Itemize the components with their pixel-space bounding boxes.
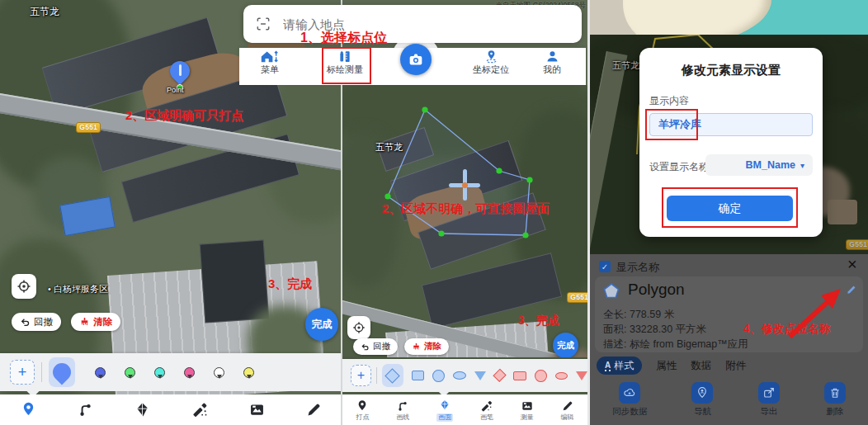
pin-drop-icon (20, 401, 37, 418)
undo-button[interactable]: 回撤 (12, 313, 61, 331)
broom-icon (412, 342, 421, 352)
pencil-icon (561, 399, 574, 413)
area-image-icon (248, 401, 266, 418)
pin-drop-icon (356, 399, 369, 413)
pin-color-white[interactable] (214, 367, 224, 378)
done-button[interactable]: 完成 (553, 333, 578, 357)
locate-button[interactable] (12, 274, 36, 299)
shape-red-diamond[interactable] (493, 369, 507, 383)
export-icon (762, 386, 776, 399)
text-format-icon: A (605, 361, 611, 371)
pencil-icon (305, 401, 323, 418)
close-icon[interactable]: × (847, 255, 857, 274)
tool-polygon[interactable] (134, 401, 151, 418)
tool-polygon-selected[interactable]: 画面 (436, 399, 453, 422)
home-nav-overlay: 1、选择标点位 菜单 标绘测量 坐标定位 我的 (239, 0, 586, 85)
shape-blue-circle[interactable] (432, 370, 444, 382)
shape-red-ellipse[interactable] (555, 372, 568, 380)
bullet-icon: • (48, 284, 51, 294)
show-name-label: 显示名称 (616, 260, 659, 275)
annotation-step3-mid: 3、完成 (518, 314, 559, 328)
shape-palette-popup: + (342, 359, 587, 392)
search-card (243, 5, 582, 43)
tab-data[interactable]: 数据 (691, 359, 711, 373)
action-navigate[interactable]: 导航 (691, 382, 713, 418)
edit-display-dialog: 修改元素显示设置 显示内容 设置显示名称 BM_Name ▾ 确定 (639, 48, 823, 237)
pen-and-ruler-icon (191, 401, 209, 418)
nav-item-coordinate[interactable]: 坐标定位 (473, 50, 509, 74)
annotation-box-draw-measure (322, 47, 371, 84)
shape-blue-diamond-selected[interactable] (382, 364, 403, 387)
desc-label: 描述: (603, 338, 626, 350)
locate-button[interactable] (347, 316, 370, 339)
show-name-checkbox[interactable]: ✓ (599, 261, 611, 272)
shape-blue-ellipse[interactable] (453, 371, 466, 380)
action-export[interactable]: 导出 (758, 382, 780, 418)
pin-style-selected[interactable] (49, 357, 75, 387)
coordinate-pin-icon (484, 50, 499, 64)
navigate-pin-icon (696, 386, 709, 399)
shape-red-rect[interactable] (513, 371, 526, 380)
dialog-title: 修改元素显示设置 (639, 63, 823, 78)
crosshair (449, 169, 480, 201)
polyline-icon (77, 401, 94, 418)
polygon-kite-icon (438, 399, 451, 412)
target-icon (352, 321, 366, 334)
pin-color-green[interactable] (125, 367, 135, 378)
annotation-box-confirm (662, 187, 798, 228)
road-badge: G551 (76, 122, 101, 133)
polyline-icon (396, 399, 409, 413)
place-label: 五节龙 (30, 5, 59, 19)
add-shape-style-button[interactable]: + (351, 365, 371, 386)
pentagon-icon (601, 281, 621, 301)
name-field-select[interactable]: BM_Name ▾ (705, 154, 813, 176)
tool-polyline[interactable] (77, 401, 94, 418)
right-panel: 五节龙 G551 ✓ 显示名称 × Polygon 全长: 778.59 米 面… (590, 0, 868, 425)
tool-pen[interactable] (191, 401, 209, 418)
pin-color-blue[interactable] (95, 367, 106, 378)
clear-button[interactable]: 清除 (71, 313, 120, 331)
tab-attachments[interactable]: 附件 (725, 359, 746, 373)
add-pin-style-button[interactable]: + (10, 360, 35, 385)
feature-type: Polygon (628, 281, 685, 299)
tool-edit[interactable] (305, 401, 323, 418)
tool-pin-drop[interactable] (20, 401, 37, 418)
shape-blue-square[interactable] (412, 371, 424, 380)
undo-button[interactable]: 回撤 (353, 338, 398, 355)
person-icon (545, 50, 559, 64)
tool-pin-drop[interactable]: 打点 (356, 399, 369, 421)
nav-item-mine[interactable]: 我的 (543, 50, 561, 74)
annotation-step3-left: 3、完成 (268, 276, 312, 292)
length-value: 778.59 米 (630, 309, 674, 320)
broom-icon (79, 317, 90, 328)
pin-color-cyan[interactable] (154, 367, 165, 378)
tool-edit[interactable]: 编辑 (561, 399, 574, 421)
pen-and-ruler-icon (480, 399, 493, 413)
shape-red-circle[interactable] (535, 370, 546, 382)
tool-polyline[interactable]: 画线 (396, 399, 409, 421)
tool-measure[interactable]: 测量 (521, 399, 534, 421)
check-icon: ✓ (601, 262, 608, 272)
middle-map-canvas[interactable]: 五节龙 2、区域不明确，可直接圈屋面 G551 3、完成 (342, 85, 587, 357)
area-value: 33228.30 平方米 (630, 323, 706, 335)
shape-blue-triangle[interactable] (474, 371, 486, 380)
pin-color-yellow[interactable] (243, 367, 254, 378)
tab-attributes[interactable]: 属性 (656, 359, 677, 373)
action-sync[interactable]: 同步数据 (612, 382, 647, 418)
sheet-tabs: A 样式 属性 数据 附件 (597, 357, 746, 375)
done-button[interactable]: 完成 (305, 308, 338, 341)
clear-button[interactable]: 清除 (404, 338, 449, 355)
tool-pen[interactable]: 画笔 (480, 399, 493, 421)
pin-color-pink[interactable] (184, 367, 195, 378)
tool-measure[interactable] (248, 401, 266, 418)
shape-red-triangle[interactable] (576, 371, 587, 380)
middle-tool-bar: 打点 画线 画面 画笔 测量 编辑 (342, 394, 587, 425)
camera-fab[interactable] (400, 44, 432, 75)
nav-item-menu[interactable]: 菜单 (259, 50, 281, 74)
area-label: 面积: (603, 323, 626, 335)
action-delete[interactable]: 删除 (824, 382, 846, 418)
tab-style-selected[interactable]: A 样式 (597, 357, 642, 375)
target-icon (17, 279, 31, 294)
name-field-label: 设置显示名称 (649, 160, 709, 174)
scan-icon[interactable] (255, 16, 271, 32)
